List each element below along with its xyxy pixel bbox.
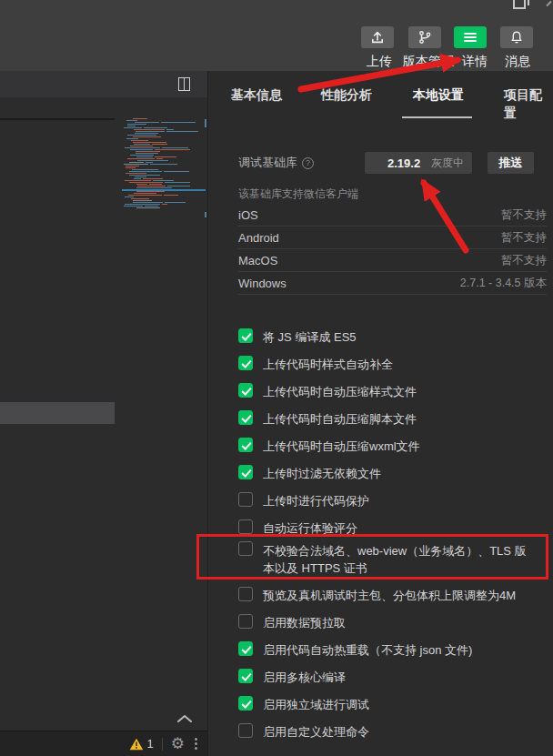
platform-row-macos: MacOS 暂不支持	[238, 249, 547, 272]
details-button[interactable]	[454, 26, 487, 48]
upload-icon	[370, 30, 385, 45]
upload-button-label[interactable]: 上传	[361, 53, 397, 69]
option-row: 启用多核心编译	[238, 669, 538, 685]
checkbox[interactable]	[238, 519, 253, 534]
option-row: 上传代码时自动压缩样式文件	[238, 383, 538, 399]
checkbox[interactable]	[238, 587, 253, 601]
push-button[interactable]: 推送	[488, 152, 534, 174]
checkbox[interactable]	[238, 614, 253, 629]
option-row: 启用独立域进行调试	[238, 696, 538, 712]
version-manage-label[interactable]: 版本管理	[402, 53, 455, 69]
checkbox[interactable]	[238, 438, 253, 452]
library-version-select[interactable]: 2.19.2 灰度中	[365, 152, 472, 174]
checkbox[interactable]	[238, 669, 253, 683]
checkbox[interactable]	[238, 723, 253, 738]
tab-project-config[interactable]: 项目配置	[504, 86, 553, 104]
warning-icon	[129, 738, 144, 751]
checkbox[interactable]	[238, 410, 253, 425]
library-channel-badge: 灰度中	[431, 156, 464, 171]
warnings-indicator[interactable]: 1	[129, 737, 154, 751]
option-row: 启用代码自动热重载（不支持 json 文件)	[238, 641, 538, 658]
editor-minimap[interactable]	[122, 118, 206, 213]
library-version-value: 2.19.2	[387, 156, 420, 170]
details-button-label[interactable]: 详情	[457, 53, 493, 69]
tab-local-settings[interactable]: 本地设置	[413, 86, 464, 104]
minimap-highlight-line	[122, 189, 206, 191]
option-row: 上传代码时样式自动补全	[238, 356, 538, 372]
checkbox[interactable]	[238, 328, 253, 343]
settings-gear-icon[interactable]: ⚙	[171, 736, 185, 751]
code-editor-pane	[0, 71, 207, 731]
chevron-up-icon[interactable]	[176, 713, 193, 724]
platform-row-windows: Windows 2.7.1 - 3.4.5 版本	[238, 272, 547, 295]
checkbox[interactable]	[238, 641, 253, 656]
status-bar: 1 ⚙	[0, 731, 207, 756]
option-row: 上传时进行代码保护	[238, 492, 538, 509]
checkbox[interactable]	[238, 356, 253, 370]
option-row: 上传代码时自动压缩wxml文件	[238, 438, 538, 454]
tab-performance[interactable]: 性能分析	[321, 86, 372, 104]
support-note: 该基础库支持微信客户端	[238, 186, 358, 202]
window-restore-icon[interactable]	[513, 0, 526, 9]
help-icon[interactable]: ?	[302, 157, 314, 169]
split-editor-icon[interactable]	[178, 77, 190, 91]
warning-count: 1	[147, 737, 154, 751]
option-row: 启用数据预拉取	[238, 614, 538, 630]
active-tab-underline	[402, 116, 472, 118]
checkbox[interactable]	[238, 492, 253, 507]
bell-icon	[509, 30, 524, 45]
tab-basic-info[interactable]: 基本信息	[231, 86, 282, 104]
editor-tab-strip	[0, 71, 207, 97]
messages-button-label[interactable]: 消息	[499, 53, 536, 69]
window-control-fragment	[528, 0, 529, 5]
title-toolbar: 上传 版本管理 详情 消息	[0, 0, 553, 71]
upload-button[interactable]	[361, 26, 394, 48]
platform-support-table: iOS 暂不支持 Android 暂不支持 MacOS 暂不支持 Windows…	[238, 204, 547, 295]
git-branch-icon	[417, 30, 432, 45]
editor-selection-box	[0, 402, 115, 424]
checkbox[interactable]	[238, 541, 253, 556]
version-manage-button[interactable]	[408, 26, 441, 48]
editor-divider	[0, 118, 115, 120]
option-row-domain-check: 不校验合法域名、web-view（业务域名）、TLS 版本以及 HTTPS 证书	[238, 541, 538, 577]
checkbox[interactable]	[238, 465, 253, 479]
platform-row-ios: iOS 暂不支持	[238, 204, 547, 227]
option-row: 预览及真机调试时主包、分包体积上限调整为4M	[238, 587, 538, 603]
checkbox[interactable]	[238, 696, 253, 711]
option-row: 上传代码时自动压缩脚本文件	[238, 410, 538, 427]
minimap-scroll-mark2	[205, 212, 206, 217]
platform-row-android: Android 暂不支持	[238, 227, 547, 249]
more-options-icon[interactable]	[193, 736, 199, 751]
window-control-fragment2	[546, 1, 551, 6]
statusbar-separator	[162, 738, 163, 751]
checkbox[interactable]	[238, 383, 253, 398]
menu-icon	[463, 31, 478, 44]
option-row: 自动运行体验评分	[238, 519, 538, 536]
debug-library-label: 调试基础库 ?	[238, 155, 314, 171]
option-row: 启用自定义处理命令	[238, 723, 538, 740]
wechat-devtools-window: 上传 版本管理 详情 消息 1 ⚙	[0, 0, 553, 756]
messages-button[interactable]	[500, 26, 533, 48]
option-row: 上传时过滤无依赖文件	[238, 465, 538, 481]
minimap-scroll-mark	[205, 119, 206, 127]
option-row: 将 JS 编译成 ES5	[238, 328, 538, 345]
details-panel: 基本信息 性能分析 本地设置 项目配置 调试基础库 ? 2.19.2 灰度中 推…	[207, 71, 553, 756]
